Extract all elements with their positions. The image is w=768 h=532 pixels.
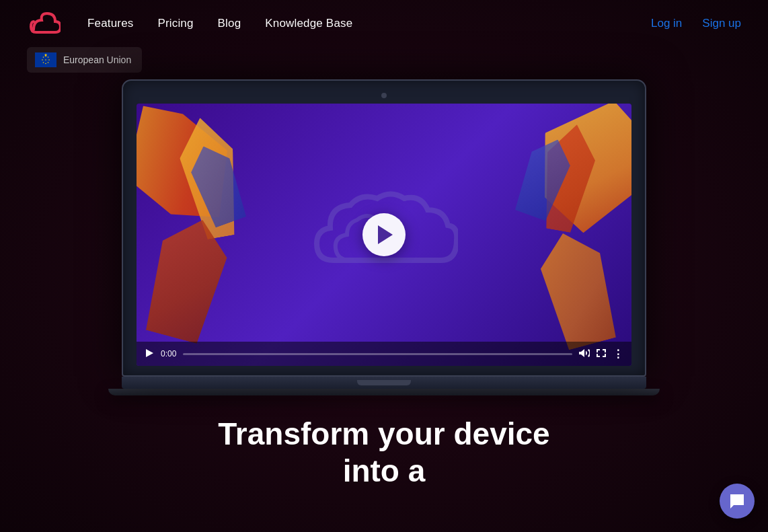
progress-bar[interactable]	[183, 353, 572, 355]
hero-text: Transform your device into a	[218, 416, 549, 490]
hero-section: 0:00	[0, 79, 768, 490]
video-container[interactable]: 0:00	[137, 104, 631, 366]
laptop-notch	[357, 380, 411, 385]
signup-link[interactable]: Sign up	[702, 17, 741, 30]
video-controls: 0:00	[137, 342, 631, 366]
nav-features[interactable]: Features	[87, 17, 133, 30]
eu-badge: European Union	[27, 47, 142, 73]
play-button[interactable]	[362, 213, 406, 256]
svg-point-7	[45, 63, 46, 65]
svg-marker-11	[146, 349, 153, 357]
chat-widget[interactable]	[720, 484, 755, 519]
nav-knowledge-base[interactable]: Knowledge Base	[265, 17, 352, 30]
laptop: 0:00	[122, 79, 646, 389]
hero-title-line2: into a	[218, 453, 549, 490]
logo[interactable]	[27, 7, 61, 40]
video-time: 0:00	[161, 349, 176, 358]
svg-point-5	[48, 59, 50, 61]
hero-title-line1: Transform your device	[218, 416, 549, 453]
laptop-camera	[381, 93, 387, 98]
laptop-feet	[108, 389, 660, 395]
fullscreen-icon[interactable]	[597, 349, 606, 358]
header-left: Features Pricing Blog Knowledge Base	[27, 7, 352, 40]
nav-blog[interactable]: Blog	[218, 17, 241, 30]
eu-label: European Union	[63, 54, 131, 65]
play-pause-button[interactable]	[145, 348, 154, 360]
volume-icon[interactable]	[579, 349, 590, 359]
svg-point-8	[43, 62, 44, 63]
header-auth: Log in Sign up	[651, 17, 741, 30]
svg-point-9	[42, 59, 43, 61]
main-nav: Features Pricing Blog Knowledge Base	[87, 17, 352, 30]
svg-point-3	[45, 56, 46, 57]
login-link[interactable]: Log in	[651, 17, 682, 30]
svg-point-4	[48, 56, 49, 58]
more-options-icon[interactable]: ⋮	[613, 348, 623, 360]
laptop-base	[122, 377, 646, 389]
svg-point-6	[48, 62, 49, 63]
leaf-bottom-right-1	[524, 223, 631, 354]
svg-point-10	[43, 56, 44, 58]
video-scene: 0:00	[137, 104, 631, 366]
nav-pricing[interactable]: Pricing	[157, 17, 193, 30]
svg-point-2	[45, 59, 46, 61]
laptop-frame: 0:00	[122, 79, 646, 377]
site-header: Features Pricing Blog Knowledge Base Log…	[0, 0, 768, 47]
